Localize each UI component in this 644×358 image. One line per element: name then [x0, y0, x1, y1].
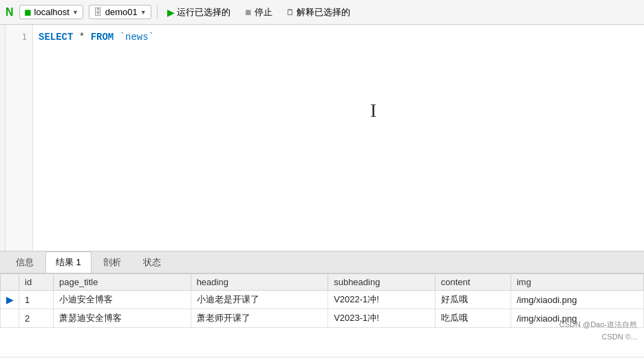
col-img[interactable]: img: [511, 274, 643, 291]
watermark: CSDN @Dao-道法自然 CSDN ©...: [559, 318, 637, 343]
results-area[interactable]: id page_title heading subheading content…: [0, 273, 644, 357]
table-row[interactable]: 2萧瑟迪安全博客萧老师开课了V2023-1冲!吃瓜哦/img/xiaodi.pn…: [1, 309, 644, 328]
col-indicator: [1, 274, 19, 291]
stop-button[interactable]: ⏹ 停止: [240, 5, 277, 20]
editor-text-area[interactable]: SELECT * FROM `news` I: [33, 25, 644, 251]
cell-img[interactable]: /img/xiaodi.png: [511, 291, 643, 309]
sql-table-name: `news`: [114, 32, 154, 43]
results-table: id page_title heading subheading content…: [0, 273, 644, 328]
host-icon: ◼: [24, 7, 32, 17]
watermark-line2: CSDN ©...: [559, 331, 637, 343]
tab-results[interactable]: 结果 1: [45, 251, 92, 273]
database-dropdown[interactable]: 🗄 demo01 ▼: [89, 5, 151, 19]
run-selected-label: 运行已选择的: [177, 6, 230, 19]
cell-page_title[interactable]: 萧瑟迪安全博客: [54, 309, 191, 328]
explain-button[interactable]: 🗒 解释已选择的: [282, 5, 354, 20]
col-id[interactable]: id: [19, 274, 54, 291]
sql-star: *: [73, 32, 90, 43]
run-selected-button[interactable]: ▶ 运行已选择的: [163, 5, 235, 20]
line-numbers: 1: [6, 25, 33, 251]
cell-heading[interactable]: 小迪老是开课了: [191, 291, 328, 309]
run-icon: ▶: [167, 7, 175, 18]
database-value: demo01: [105, 7, 138, 17]
cell-content[interactable]: 好瓜哦: [435, 291, 511, 309]
cell-subheading[interactable]: V2023-1冲!: [328, 309, 436, 328]
cell-id[interactable]: 1: [19, 291, 54, 309]
cell-content[interactable]: 吃瓜哦: [435, 309, 511, 328]
editor-left-border: [0, 25, 6, 251]
cell-subheading[interactable]: V2022-1冲!: [328, 291, 436, 309]
host-arrow-icon: ▼: [72, 9, 78, 16]
sql-keyword-select: SELECT: [39, 32, 73, 43]
sql-keyword-from: FROM: [91, 32, 114, 43]
cell-indicator[interactable]: [1, 309, 19, 328]
host-dropdown[interactable]: ◼ localhost ▼: [19, 5, 83, 19]
cell-id[interactable]: 2: [19, 309, 54, 328]
cell-page_title[interactable]: 小迪安全博客: [54, 291, 191, 309]
col-heading[interactable]: heading: [191, 274, 328, 291]
watermark-line1: CSDN @Dao-道法自然: [559, 318, 637, 331]
tab-status[interactable]: 状态: [133, 251, 171, 273]
cell-indicator[interactable]: ▶: [1, 291, 19, 309]
line-num-1: 1: [6, 30, 32, 44]
explain-icon: 🗒: [286, 8, 294, 17]
toolbar: N ◼ localhost ▼ 🗄 demo01 ▼ ▶ 运行已选择的 ⏹ 停止…: [0, 0, 644, 25]
app-icon: N: [6, 6, 14, 19]
tab-profile[interactable]: 剖析: [93, 251, 131, 273]
bottom-section: 信息 结果 1 剖析 状态 id page_title heading subh…: [0, 251, 644, 357]
explain-label: 解释已选择的: [297, 6, 350, 19]
stop-icon: ⏹: [244, 8, 253, 17]
col-subheading[interactable]: subheading: [328, 274, 436, 291]
db-icon: 🗄: [94, 7, 103, 17]
col-page-title[interactable]: page_title: [54, 274, 191, 291]
table-row[interactable]: ▶1小迪安全博客小迪老是开课了V2022-1冲!好瓜哦/img/xiaodi.p…: [1, 291, 644, 309]
stop-label: 停止: [255, 6, 272, 19]
tabs-bar: 信息 结果 1 剖析 状态: [0, 251, 644, 273]
sql-editor[interactable]: 1 SELECT * FROM `news` I: [0, 25, 644, 251]
db-arrow-icon: ▼: [140, 9, 147, 16]
tab-info[interactable]: 信息: [6, 251, 44, 273]
separator-1: [157, 5, 158, 19]
cursor-symbol: I: [370, 104, 376, 118]
col-content[interactable]: content: [435, 274, 511, 291]
cell-heading[interactable]: 萧老师开课了: [191, 309, 328, 328]
host-value: localhost: [34, 7, 69, 17]
table-header-row: id page_title heading subheading content…: [1, 274, 644, 291]
